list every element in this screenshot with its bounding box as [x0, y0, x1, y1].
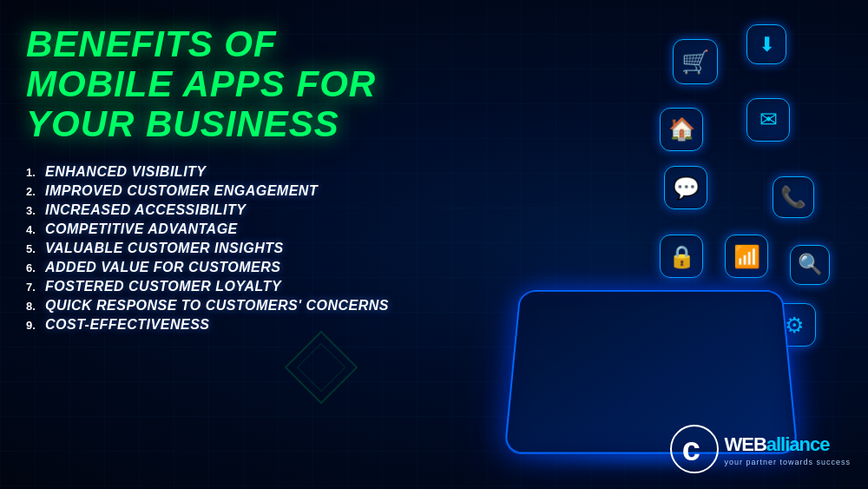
- left-panel: BENEFITS OF MOBILE APPS FOR YOUR BUSINES…: [0, 0, 434, 489]
- benefit-number: 3.: [26, 204, 42, 217]
- benefits-list: 1.ENHANCED VISIBILITY2.IMPROVED CUSTOMER…: [26, 164, 408, 333]
- logo-tagline: your partner towards success: [724, 458, 851, 466]
- title-line1: BENEFITS OF MOBILE APPS FOR: [26, 23, 376, 104]
- benefit-text: COST-EFFECTIVENESS: [45, 317, 209, 333]
- app-icon: 🔒: [660, 235, 703, 278]
- benefit-text: VALUABLE CUSTOMER INSIGHTS: [45, 241, 284, 256]
- benefit-number: 9.: [26, 319, 42, 332]
- app-icon: 🛒: [673, 39, 718, 84]
- benefit-text: INCREASED ACCESSIBILITY: [45, 202, 246, 218]
- benefit-text: FOSTERED CUSTOMER LOYALTY: [45, 279, 281, 294]
- logo-alliance: alliance: [766, 433, 830, 456]
- app-icon: 🏠: [660, 108, 703, 151]
- benefit-item: 3.INCREASED ACCESSIBILITY: [26, 202, 408, 218]
- logo-text: WEB alliance: [724, 433, 851, 456]
- benefit-item: 5.VALUABLE CUSTOMER INSIGHTS: [26, 241, 408, 256]
- app-icon: ⬇: [746, 24, 786, 64]
- benefit-number: 7.: [26, 281, 42, 294]
- benefit-number: 5.: [26, 242, 42, 255]
- benefit-item: 1.ENHANCED VISIBILITY: [26, 164, 408, 180]
- benefit-number: 1.: [26, 166, 42, 179]
- benefit-text: ENHANCED VISIBILITY: [45, 164, 207, 180]
- logo-c-letter: c: [682, 431, 700, 468]
- benefit-text: ADDED VALUE FOR CUSTOMERS: [45, 260, 280, 275]
- benefit-number: 2.: [26, 185, 42, 198]
- logo-web: WEB: [724, 433, 766, 456]
- app-icon: 📶: [725, 235, 768, 278]
- main-title: BENEFITS OF MOBILE APPS FOR YOUR BUSINES…: [26, 24, 408, 145]
- benefit-text: QUICK RESPONSE TO CUSTOMERS' CONCERNS: [45, 298, 389, 314]
- app-icon: 💬: [664, 166, 707, 209]
- main-content: BENEFITS OF MOBILE APPS FOR YOUR BUSINES…: [0, 0, 868, 489]
- app-icon: 📞: [773, 176, 814, 218]
- benefit-item: 8.QUICK RESPONSE TO CUSTOMERS' CONCERNS: [26, 298, 408, 314]
- title-line2: YOUR BUSINESS: [26, 103, 339, 144]
- app-icon: 🔍: [790, 245, 830, 285]
- logo-circle: c: [670, 425, 719, 473]
- benefit-text: IMPROVED CUSTOMER ENGAGEMENT: [45, 183, 318, 199]
- benefit-item: 6.ADDED VALUE FOR CUSTOMERS: [26, 260, 408, 275]
- benefit-item: 4.COMPETITIVE ADVANTAGE: [26, 221, 408, 237]
- logo-area: c WEB alliance your partner towards succ…: [670, 425, 851, 473]
- benefit-number: 8.: [26, 300, 42, 313]
- benefit-item: 2.IMPROVED CUSTOMER ENGAGEMENT: [26, 183, 408, 199]
- app-icon: ✉: [746, 98, 790, 142]
- benefit-item: 7.FOSTERED CUSTOMER LOYALTY: [26, 279, 408, 294]
- benefit-text: COMPETITIVE ADVANTAGE: [45, 221, 238, 237]
- right-panel: 🛒⬇🏠✉📞🔍💬📶🔒👥⚙📈🔑 c WEB alliance your partne…: [434, 0, 868, 489]
- benefit-number: 6.: [26, 261, 42, 274]
- benefit-item: 9.COST-EFFECTIVENESS: [26, 317, 408, 333]
- benefit-number: 4.: [26, 223, 42, 236]
